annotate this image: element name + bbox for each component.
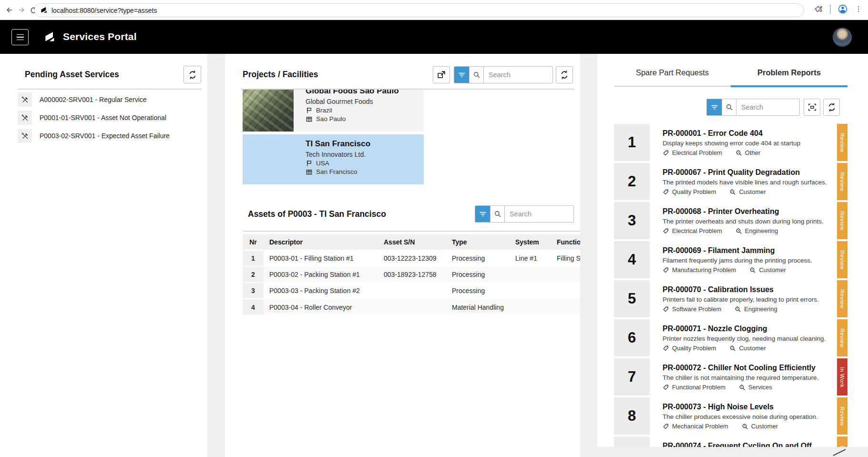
url-text: localhost:8080/service?type=assets [51, 7, 157, 14]
report-description: Printer nozzles frequently clog, needing… [663, 335, 837, 342]
column-header[interactable]: Asset S/N [378, 234, 446, 250]
asset-descriptor: P0003-01 - Filling Station #1 [264, 250, 378, 266]
asset-type: Processing [446, 266, 510, 283]
asset-row[interactable]: 2 P0003-02 - Packing Station #1 003-1892… [243, 266, 580, 283]
assets-search-input[interactable] [505, 206, 573, 222]
assets-title: Assets of P0003 - TI San Francisco [248, 209, 386, 219]
pending-service-item[interactable]: P0003-02-SRV001 - Expected Asset Failure [18, 129, 196, 143]
facility-photo [243, 90, 294, 132]
report-description: Filament frequently jams during the prin… [663, 257, 837, 264]
search-icon [472, 71, 481, 79]
facility-company: Tech Innovators Ltd. [306, 151, 370, 158]
search-icon [725, 103, 734, 112]
column-header[interactable]: System [510, 234, 551, 250]
problem-report-item[interactable]: 7 PR-000072 - Chiller Not Cooling Effici… [614, 358, 848, 396]
projects-search-button[interactable] [469, 67, 484, 83]
column-header[interactable]: Descriptor [264, 234, 378, 250]
report-number: 1 [614, 124, 650, 161]
projects-refresh-button[interactable] [556, 66, 573, 83]
problem-report-item[interactable]: 4 PR-000069 - Filament Jamming Filament … [614, 241, 848, 278]
report-problem-type: Functional Problem [672, 384, 725, 391]
tab-spare-part-requests[interactable]: Spare Part Requests [614, 68, 731, 77]
pending-refresh-button[interactable] [184, 66, 201, 83]
external-link-icon [436, 70, 447, 80]
tab-active-indicator [731, 85, 848, 87]
facility-city: Sao Paulo [316, 115, 346, 122]
problem-report-item[interactable]: 5 PR-000070 - Calibration Issues Printer… [614, 280, 848, 317]
menu-button[interactable] [11, 29, 29, 45]
url-bar[interactable]: localhost:8080/service?type=assets [34, 3, 804, 17]
projects-title: Projects / Facilities [243, 70, 318, 80]
detection-method-icon [735, 306, 741, 313]
asset-row[interactable]: 1 P0003-01 - Filling Station #1 003-1222… [243, 250, 580, 266]
asset-type: Processing [446, 283, 510, 299]
facility-card[interactable]: Global Foods Sao Paulo Global Gourmet Fo… [243, 90, 424, 132]
column-header[interactable]: Type [446, 234, 510, 250]
report-source: Engineering [744, 305, 777, 313]
browser-back-icon[interactable] [4, 4, 15, 16]
tab-problem-reports[interactable]: Problem Reports [731, 68, 848, 77]
report-description: The printer overheats and shuts down dur… [663, 218, 837, 225]
reports-panel: Spare Part Requests Problem Reports 1 PR… [597, 54, 868, 447]
report-problem-type: Quality Problem [672, 345, 716, 352]
problem-report-item[interactable]: 8 PR-000073 - High Noise Levels The chil… [614, 397, 848, 435]
problem-report-item[interactable]: 1 PR-000001 - Error Code 404 Display kee… [614, 124, 848, 161]
tag-icon [663, 267, 669, 274]
facility-photo [243, 134, 294, 184]
asset-sn: 003-12223-12309 [378, 250, 446, 266]
projects-search-input[interactable] [484, 67, 552, 83]
asset-function [551, 299, 580, 315]
asset-nr: 1 [243, 250, 264, 266]
reports-search-button[interactable] [722, 99, 736, 115]
asset-row[interactable]: 3 P0003-03 - Packing Station #2 Processi… [243, 283, 580, 299]
flag-icon [306, 107, 313, 114]
reports-refresh-button[interactable] [823, 99, 840, 116]
report-description: The chiller produces excessive noise dur… [663, 413, 837, 420]
asset-nr: 2 [243, 266, 264, 283]
problem-report-item[interactable]: 2 PR-000067 - Print Quality Degradation … [614, 163, 848, 200]
reports-search-input[interactable] [736, 99, 799, 115]
asset-row[interactable]: 4 P0003-04 - Roller Conveyor Material Ha… [243, 299, 580, 315]
assets-filter-button[interactable] [475, 206, 490, 222]
report-number: 2 [614, 163, 650, 200]
app-title: Services Portal [63, 31, 137, 42]
facility-list: Global Foods Sao Paulo Global Gourmet Fo… [243, 90, 424, 191]
asset-function [551, 266, 580, 283]
column-header[interactable]: Nr [243, 234, 264, 250]
user-avatar[interactable] [833, 28, 852, 47]
pending-service-item[interactable]: P0001-01-SRV001 - Asset Not Operational [18, 111, 196, 125]
resize-grip[interactable] [832, 448, 847, 457]
facility-country: USA [316, 160, 329, 167]
report-source: Engineering [745, 227, 778, 234]
filter-icon [710, 102, 719, 112]
problem-report-item[interactable]: 3 PR-000068 - Printer Overheating The pr… [614, 202, 848, 239]
reports-search [706, 99, 800, 116]
browser-menu-icon[interactable] [855, 5, 862, 13]
assets-search-button[interactable] [490, 206, 505, 222]
reports-filter-button[interactable] [707, 99, 722, 115]
app-header: Services Portal [0, 20, 868, 54]
extensions-icon[interactable] [814, 5, 823, 14]
asset-function: Filling Stati [551, 250, 580, 266]
problem-report-item[interactable]: 9 PR-000074 - Frequent Cycling On and Of… [614, 437, 848, 447]
reports-expand-button[interactable] [804, 99, 820, 116]
column-header[interactable]: Function [551, 234, 580, 250]
pending-services-list: A000002-SRV001 - Regular Service P0001-0… [18, 92, 196, 147]
asset-descriptor: P0003-04 - Roller Conveyor [264, 299, 378, 315]
asset-system [510, 299, 551, 315]
status-badge: Review [837, 202, 848, 239]
status-badge: Review [837, 280, 848, 317]
fullscreen-icon [807, 102, 817, 112]
open-external-button[interactable] [433, 66, 450, 83]
facility-card[interactable]: TI San Francisco Tech Innovators Ltd. US… [243, 134, 424, 184]
status-badge: In Work [837, 358, 848, 396]
report-problem-type: Manufacturing Problem [672, 266, 736, 274]
pending-service-item[interactable]: A000002-SRV001 - Regular Service [18, 92, 196, 107]
report-number: 5 [614, 280, 650, 317]
report-description: The printed models have visible lines an… [663, 179, 837, 186]
profile-icon[interactable] [837, 4, 848, 14]
browser-forward-icon[interactable] [16, 4, 27, 16]
projects-filter-button[interactable] [454, 67, 469, 83]
projects-search [454, 66, 553, 83]
problem-report-item[interactable]: 6 PR-000071 - Nozzle Clogging Printer no… [614, 319, 848, 356]
